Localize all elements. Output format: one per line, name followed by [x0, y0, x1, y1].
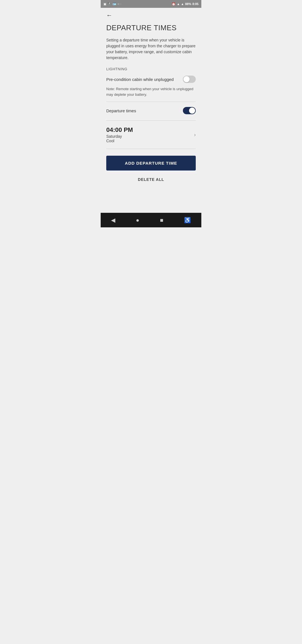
- battery-label: 88%: [185, 2, 191, 6]
- precondition-label: Pre-condition cabin while unplugged: [106, 77, 174, 82]
- time-label: 8:05: [192, 2, 199, 6]
- dot-icon: ·: [121, 2, 121, 6]
- nav-recent-icon[interactable]: ■: [160, 217, 163, 223]
- description-text: Setting a departure time when your vehic…: [106, 37, 196, 61]
- nav-bar: ◀ ● ■ ♿: [101, 213, 201, 227]
- departure-times-label: Departure times: [106, 108, 136, 113]
- alarm-icon: ⏰: [172, 2, 176, 6]
- back-button[interactable]: ←: [106, 12, 112, 19]
- page-title: DEPARTURE TIMES: [106, 24, 196, 32]
- precondition-toggle-knob: [183, 76, 190, 82]
- precondition-toggle[interactable]: [183, 76, 196, 83]
- nav-back-icon[interactable]: ◀: [111, 217, 115, 223]
- time-value: 04:00 PM: [106, 126, 133, 134]
- scope-icon: 🔭: [107, 2, 111, 6]
- divider-1: [106, 102, 196, 102]
- ring-icon: ▣: [103, 2, 106, 6]
- departure-times-toggle-knob: [189, 108, 195, 114]
- section-label: LIGHTNING: [106, 67, 196, 71]
- add-departure-time-button[interactable]: ADD DEPARTURE TIME: [106, 156, 196, 171]
- wifi-icon: ▲: [177, 2, 180, 6]
- divider-2: [106, 120, 196, 121]
- time-day: Saturday: [106, 134, 133, 139]
- status-left: ▣ 🔭 🪪 ○ ·: [103, 2, 121, 6]
- signal-icon: ▲: [181, 2, 184, 6]
- circle-icon: ○: [117, 2, 119, 6]
- main-content: ← DEPARTURE TIMES Setting a departure ti…: [101, 8, 201, 213]
- nav-home-icon[interactable]: ●: [136, 217, 139, 223]
- delete-all-button[interactable]: DELETE ALL: [106, 175, 196, 184]
- nav-accessibility-icon[interactable]: ♿: [184, 217, 191, 223]
- chevron-right-icon: ›: [194, 132, 196, 138]
- time-info: 04:00 PM Saturday Cool: [106, 126, 133, 143]
- departure-times-row: Departure times: [106, 104, 196, 117]
- status-bar: ▣ 🔭 🪪 ○ · ⏰ ▲ ▲ 88% 8:05: [101, 0, 201, 8]
- divider-3: [106, 149, 196, 149]
- time-temp: Cool: [106, 139, 133, 143]
- card-icon: 🪪: [112, 2, 116, 6]
- departure-times-toggle[interactable]: [183, 107, 196, 114]
- scheduled-time-row[interactable]: 04:00 PM Saturday Cool ›: [106, 123, 196, 146]
- precondition-row: Pre-condition cabin while unplugged: [106, 76, 196, 83]
- status-right: ⏰ ▲ ▲ 88% 8:05: [172, 2, 199, 6]
- note-text: Note: Remote starting when your vehicle …: [106, 86, 196, 97]
